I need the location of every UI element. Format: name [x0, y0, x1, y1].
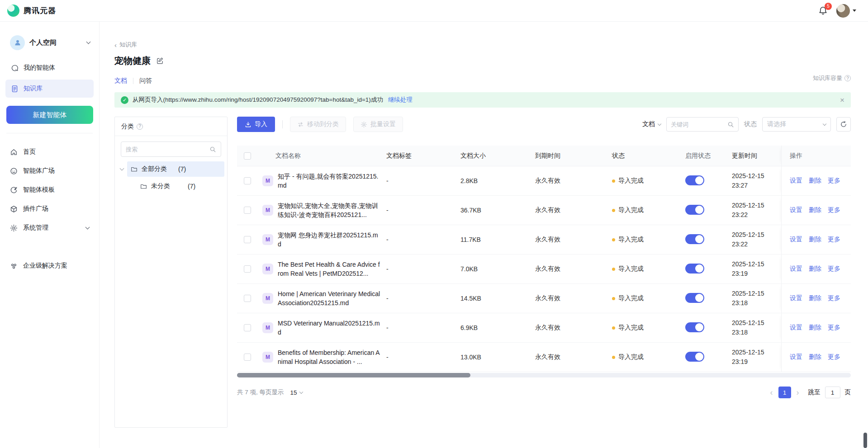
- brand-logo[interactable]: 腾讯元器: [7, 5, 56, 17]
- delete-link[interactable]: 删除: [809, 294, 821, 302]
- row-checkbox[interactable]: [244, 354, 251, 361]
- page-size-select[interactable]: 15: [290, 389, 303, 396]
- sidebar-item-agent-plaza[interactable]: 智能体广场: [0, 161, 99, 180]
- robot-icon: [10, 167, 18, 175]
- delete-link[interactable]: 删除: [809, 206, 821, 214]
- sidebar-item-enterprise[interactable]: 企业级解决方案: [0, 256, 99, 275]
- move-to-category-button[interactable]: 移动到分类: [290, 117, 346, 132]
- settings-link[interactable]: 设置: [790, 324, 802, 332]
- expire-time: 永久有效: [529, 294, 606, 302]
- update-time: 2025-12-15 23:27: [726, 171, 781, 190]
- update-time: 2025-12-15 23:18: [726, 318, 781, 337]
- settings-link[interactable]: 设置: [790, 353, 802, 361]
- select-all-checkbox[interactable]: [244, 152, 251, 160]
- doc-type-filter[interactable]: 文档: [642, 120, 661, 128]
- row-checkbox[interactable]: [244, 295, 251, 302]
- row-checkbox[interactable]: [244, 207, 251, 214]
- sidebar-item-knowledge-base[interactable]: 知识库: [5, 80, 94, 98]
- breadcrumb-back[interactable]: ‹ 知识库: [114, 41, 137, 49]
- capacity-indicator[interactable]: 知识库容量 ?: [813, 74, 851, 82]
- sidebar-item-my-agents[interactable]: 我的智能体: [5, 59, 94, 77]
- chevron-down-icon: [823, 122, 826, 125]
- delete-link[interactable]: 删除: [809, 324, 821, 332]
- horizontal-scrollbar[interactable]: [237, 373, 851, 377]
- create-agent-button[interactable]: 新建智能体: [6, 106, 93, 124]
- settings-link[interactable]: 设置: [790, 236, 802, 244]
- import-button[interactable]: 导入: [237, 117, 275, 132]
- more-link[interactable]: 更多: [828, 206, 840, 214]
- row-checkbox[interactable]: [244, 324, 251, 331]
- row-checkbox[interactable]: [244, 265, 251, 273]
- notification-bell-button[interactable]: 5: [818, 6, 828, 16]
- current-page-button[interactable]: 1: [778, 387, 791, 398]
- category-search: [121, 141, 221, 157]
- horizontal-scrollbar-thumb[interactable]: [237, 373, 470, 377]
- enable-toggle[interactable]: [685, 264, 704, 274]
- delete-link[interactable]: 删除: [809, 353, 821, 361]
- yuanqi-logo-icon: [7, 5, 19, 17]
- nav-item-label: 企业级解决方案: [23, 262, 67, 270]
- enable-toggle[interactable]: [685, 352, 704, 362]
- row-checkbox[interactable]: [244, 236, 251, 243]
- batch-settings-button[interactable]: 批量设置: [353, 117, 403, 132]
- continue-processing-link[interactable]: 继续处理: [388, 96, 413, 104]
- toolbar-divider: [282, 120, 283, 128]
- user-menu[interactable]: [836, 4, 856, 18]
- jump-page-input[interactable]: [825, 387, 840, 398]
- expire-time: 永久有效: [529, 236, 606, 244]
- document-name[interactable]: The Best Pet Health & Care Advice from R…: [278, 260, 381, 278]
- delete-link[interactable]: 删除: [809, 236, 821, 244]
- delete-link[interactable]: 删除: [809, 177, 821, 185]
- sidebar-item-label: 知识库: [24, 85, 43, 93]
- enable-toggle[interactable]: [685, 322, 704, 332]
- document-name[interactable]: Benefits of Membership: American Animal …: [278, 348, 381, 366]
- tree-item-all-categories[interactable]: 全部分类 (7): [115, 161, 227, 177]
- more-link[interactable]: 更多: [828, 177, 840, 185]
- import-status: 导入完成: [606, 294, 678, 302]
- import-status: 导入完成: [606, 324, 678, 332]
- more-link[interactable]: 更多: [828, 324, 840, 332]
- document-name[interactable]: 宠物网 您身边养宠社群20251215.md: [278, 231, 381, 249]
- workspace-switcher[interactable]: 个人空间: [0, 33, 99, 52]
- enable-toggle[interactable]: [685, 175, 704, 185]
- sidebar-item-system-admin[interactable]: 系统管理: [0, 218, 99, 237]
- enable-toggle[interactable]: [685, 205, 704, 215]
- more-link[interactable]: 更多: [828, 236, 840, 244]
- sidebar-item-home[interactable]: 首页: [0, 142, 99, 161]
- category-header: 分类 ?: [115, 117, 227, 136]
- document-name[interactable]: Home | American Veterinary Medical Assoc…: [278, 289, 381, 307]
- sidebar-item-plugin-plaza[interactable]: 插件广场: [0, 199, 99, 218]
- delete-link[interactable]: 删除: [809, 265, 821, 273]
- banner-close-icon[interactable]: ×: [840, 96, 844, 104]
- tab-qa[interactable]: 问答: [139, 77, 152, 85]
- filters: 文档 状态 请选择: [642, 117, 851, 132]
- col-update-time: 更新时间: [726, 152, 781, 160]
- document-name[interactable]: 知乎 - 有问题,就会有答案20251215.md: [278, 172, 381, 190]
- main-content: ‹ 知识库 宠物健康 文档 问答 知识库容量 ? ✓ 从网页导入(https:/: [100, 22, 868, 448]
- sidebar-item-label: 我的智能体: [24, 64, 55, 72]
- keyword-input[interactable]: [671, 121, 725, 128]
- settings-link[interactable]: 设置: [790, 177, 802, 185]
- next-page-button[interactable]: ›: [796, 388, 800, 396]
- category-search-input[interactable]: [126, 146, 207, 153]
- settings-link[interactable]: 设置: [790, 206, 802, 214]
- enable-toggle[interactable]: [685, 234, 704, 244]
- enable-toggle[interactable]: [685, 293, 704, 303]
- refresh-button[interactable]: [836, 117, 851, 132]
- settings-link[interactable]: 设置: [790, 294, 802, 302]
- document-name[interactable]: 宠物知识,宠物大全,宠物美容,宠物训练知识-波奇宠物百科2025121...: [278, 201, 381, 219]
- settings-link[interactable]: 设置: [790, 265, 802, 273]
- table-row: M The Best Pet Health & Care Advice from…: [237, 255, 851, 284]
- sidebar-item-agent-templates[interactable]: 智能体模板: [0, 180, 99, 199]
- rename-icon[interactable]: [156, 57, 164, 65]
- vertical-scrollbar-thumb[interactable]: [863, 433, 867, 448]
- document-name[interactable]: MSD Veterinary Manual20251215.md: [278, 319, 381, 337]
- more-link[interactable]: 更多: [828, 353, 840, 361]
- more-link[interactable]: 更多: [828, 294, 840, 302]
- prev-page-button[interactable]: ‹: [769, 388, 774, 396]
- tab-documents[interactable]: 文档: [114, 77, 127, 85]
- more-link[interactable]: 更多: [828, 265, 840, 273]
- tree-item-uncategorized[interactable]: 未分类 (7): [115, 179, 227, 194]
- row-checkbox[interactable]: [244, 177, 251, 184]
- status-filter-select[interactable]: 请选择: [762, 117, 831, 132]
